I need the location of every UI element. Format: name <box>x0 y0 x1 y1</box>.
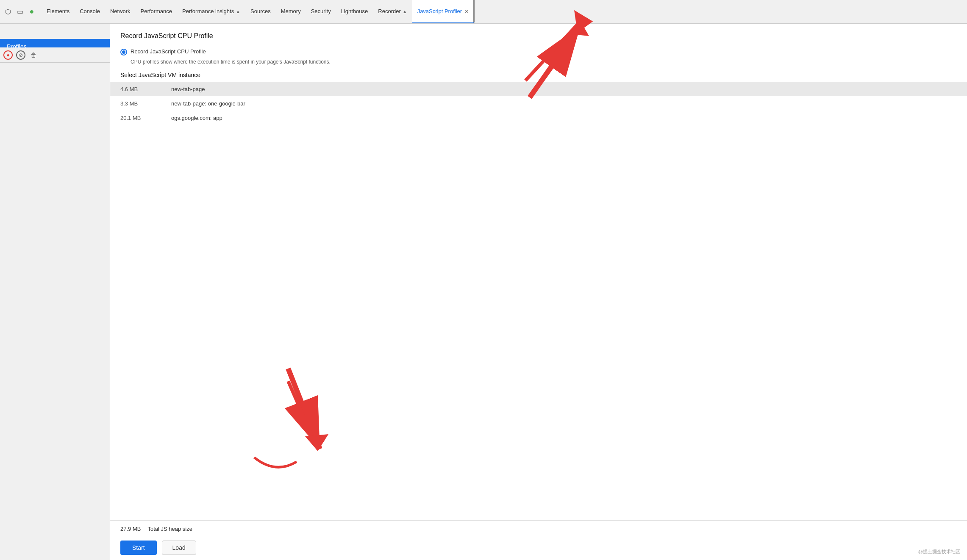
main-layout: ● ⊘ 🗑 Profiles Record JavaScript CPU Pro… <box>0 24 967 560</box>
sidebar: Profiles <box>0 39 110 560</box>
vm-size-2: 20.1 MB <box>110 111 161 125</box>
devtools-toolbar: ⬡ ▭ ● Elements Console Network Performan… <box>0 0 967 24</box>
tab-recorder[interactable]: Recorder ▲ <box>373 0 412 23</box>
perf-insights-badge: ▲ <box>236 9 240 14</box>
tab-console[interactable]: Console <box>75 0 105 23</box>
record-button[interactable]: ● <box>3 50 13 60</box>
tab-network[interactable]: Network <box>105 0 136 23</box>
total-heap-size-value: 27.9 MB <box>120 526 141 532</box>
bottom-bar: 27.9 MB Total JS heap size <box>110 520 967 537</box>
watermark: @掘土掘金技术社区 <box>918 549 960 555</box>
device-icon[interactable]: ▭ <box>15 7 25 17</box>
recorder-badge: ▲ <box>403 9 407 14</box>
vm-size-1: 3.3 MB <box>110 96 161 111</box>
toolbar-icons: ⬡ ▭ ● <box>3 7 36 17</box>
vm-name-0: new-tab-page <box>161 82 967 96</box>
vm-size-0: 4.6 MB <box>110 82 161 96</box>
panel-title: Record JavaScript CPU Profile <box>110 24 967 45</box>
content-area: Record JavaScript CPU Profile Record Jav… <box>110 24 967 560</box>
vm-instance-row[interactable]: 3.3 MB new-tab-page: one-google-bar <box>110 96 967 111</box>
vm-name-2: ogs.google.com: app <box>161 111 967 125</box>
radio-button[interactable] <box>120 49 127 55</box>
stop-button[interactable]: ⊘ <box>16 50 25 60</box>
tab-performance-insights[interactable]: Performance insights ▲ <box>177 0 245 23</box>
record-option-label: Record JavaScript CPU Profile <box>131 48 206 55</box>
tab-close-icon[interactable]: ✕ <box>464 8 469 14</box>
vm-instances-table: 4.6 MB new-tab-page 3.3 MB new-tab-page:… <box>110 82 967 125</box>
tab-memory[interactable]: Memory <box>276 0 306 23</box>
tab-js-profiler[interactable]: JavaScript Profiler ✕ <box>412 0 474 23</box>
action-bar: ● ⊘ 🗑 <box>0 47 110 63</box>
tab-sources[interactable]: Sources <box>245 0 276 23</box>
start-button[interactable]: Start <box>120 541 157 555</box>
tab-performance[interactable]: Performance <box>136 0 177 23</box>
tab-elements[interactable]: Elements <box>42 0 75 23</box>
vm-name-1: new-tab-page: one-google-bar <box>161 96 967 111</box>
vm-instance-row[interactable]: 20.1 MB ogs.google.com: app <box>110 111 967 125</box>
vm-instance-row[interactable]: 4.6 MB new-tab-page <box>110 82 967 96</box>
total-heap-size-label: Total JS heap size <box>147 526 192 532</box>
tab-list: Elements Console Network Performance Per… <box>42 0 964 23</box>
green-dot-icon[interactable]: ● <box>27 7 36 17</box>
bottom-buttons: Start Load <box>110 537 967 560</box>
tab-security[interactable]: Security <box>306 0 336 23</box>
delete-button[interactable]: 🗑 <box>29 50 38 60</box>
record-option[interactable]: Record JavaScript CPU Profile <box>110 45 967 59</box>
load-button[interactable]: Load <box>162 541 196 555</box>
vm-section-title: Select JavaScript VM instance <box>110 65 967 82</box>
cursor-icon[interactable]: ⬡ <box>3 7 13 17</box>
tab-lighthouse[interactable]: Lighthouse <box>336 0 373 23</box>
record-option-description: CPU profiles show where the execution ti… <box>110 59 967 65</box>
